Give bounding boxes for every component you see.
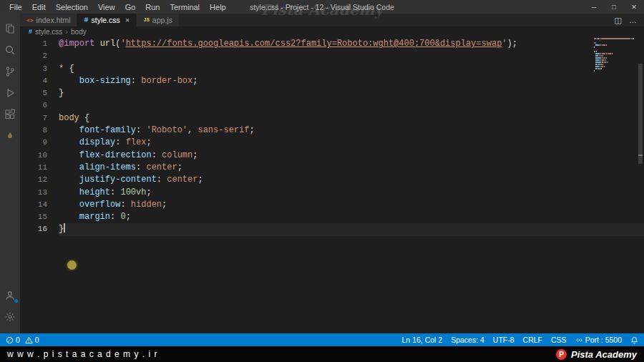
line-number: 9 [20,137,47,149]
accounts-button[interactable] [1,286,19,305]
line-number: 10 [20,150,47,162]
settings-button[interactable] [1,308,19,326]
code-line[interactable]: body { [59,112,644,124]
scrollbar-thumb[interactable] [638,64,643,164]
vscode-window: Pista Academy File Edit Selection View G… [0,0,644,362]
menu-view[interactable]: View [93,3,120,11]
minimap[interactable] [594,38,635,72]
live-server-port[interactable]: Port : 5500 [575,336,622,344]
close-tab-icon[interactable]: ✕ [125,17,130,24]
port-label: Port : 5500 [585,336,622,344]
code-line[interactable]: @import url('https://fonts.googleapis.co… [59,38,644,50]
cursor-position[interactable]: Ln 16, Col 2 [402,336,443,344]
text-cursor [64,223,65,233]
menu-edit[interactable]: Edit [27,3,51,11]
line-number: 12 [20,174,47,186]
gear-icon [4,311,16,323]
tab-label: app.js [152,16,172,24]
status-right: Ln 16, Col 2 Spaces: 4 UTF-8 CRLF CSS Po… [402,336,638,344]
minimize-button[interactable]: ─ [584,0,604,14]
tab-bar: <> index.html # style.css ✕ JS app.js ◫ … [20,14,644,26]
tab-style-css[interactable]: # style.css ✕ [77,14,137,26]
close-button[interactable]: ✕ [624,0,644,14]
run-debug-button[interactable] [1,84,19,102]
editor-actions: ◫ … [615,14,644,26]
code-line[interactable]: box-sizing: border-box; [59,75,644,87]
line-number: 1 [20,38,47,50]
code-line[interactable] [59,50,644,62]
split-editor-icon[interactable]: ◫ [615,16,622,25]
line-number: 2 [20,50,47,62]
status-left: 0 0 [6,336,39,344]
search-button[interactable] [1,41,19,59]
css-file-icon: # [29,28,32,35]
tab-index-html[interactable]: <> index.html [20,14,77,26]
window-title: style.css - Project - 12 - Visual Studio… [250,3,394,11]
menu-terminal[interactable]: Terminal [165,3,205,11]
search-icon [4,44,16,56]
chevron-right-icon: › [65,27,68,36]
code-line[interactable]: display: flex; [59,137,644,149]
code-line[interactable]: align-items: center; [59,162,644,174]
notifications-button[interactable] [630,336,638,344]
line-number: 11 [20,162,47,174]
run-debug-icon [4,87,16,99]
code-line[interactable]: height: 100vh; [59,187,644,199]
brand-name: Pista Academy [571,349,637,360]
warning-icon [25,336,33,344]
code-line[interactable]: } [59,223,644,235]
scrollbar[interactable] [637,36,644,333]
line-number: 8 [20,124,47,137]
menu-selection[interactable]: Selection [51,3,93,11]
indentation-setting[interactable]: Spaces: 4 [451,336,484,344]
gutter[interactable]: 12345678910111213141516 [20,38,59,333]
code-line[interactable]: font-family: 'Roboto', sans-serif; [59,124,644,137]
tab-app-js[interactable]: JS app.js [137,14,179,26]
language-mode[interactable]: CSS [551,336,567,344]
menu-run[interactable]: Run [140,3,165,11]
code-line[interactable]: justify-content: center; [59,174,644,186]
breadcrumb: # style.css › body [20,26,644,36]
more-actions-icon[interactable]: … [629,16,637,24]
extension-flame-button[interactable] [1,127,19,145]
source-control-icon [4,66,16,77]
code-line[interactable] [59,99,644,112]
css-file-icon: # [84,16,88,24]
line-number: 6 [20,99,47,112]
error-count: 0 [16,336,20,344]
code-lines: @import url('https://fonts.googleapis.co… [59,38,644,333]
breadcrumb-symbol[interactable]: body [71,28,87,36]
warning-count: 0 [35,336,39,344]
explorer-button[interactable] [1,19,19,38]
maximize-button[interactable]: □ [604,0,624,14]
footer-url: w w w . p i s t a a c a d e m y . i r [7,349,157,359]
files-icon [4,23,16,34]
code-line[interactable]: * { [59,63,644,75]
line-number: 3 [20,63,47,75]
breadcrumb-file[interactable]: style.css [35,28,62,36]
menu-help[interactable]: Help [205,3,231,11]
eol-setting[interactable]: CRLF [523,336,542,344]
code-line[interactable]: margin: 0; [59,211,644,223]
extensions-button[interactable] [1,105,19,124]
flame-icon [5,131,15,141]
code-line[interactable]: overflow: hidden; [59,199,644,211]
code-line[interactable]: flex-direction: column; [59,150,644,162]
problems-indicator[interactable]: 0 0 [6,336,39,344]
encoding-setting[interactable]: UTF-8 [493,336,514,344]
pista-academy-logo-icon: P [556,349,567,360]
overview-ruler-mark [638,155,643,156]
source-control-button[interactable] [1,62,19,81]
footer-banner: w w w . p i s t a a c a d e m y . i r P … [0,346,644,362]
code-line[interactable]: } [59,87,644,99]
mouse-highlight [67,260,77,270]
menubar: File Edit Selection View Go Run Terminal… [0,3,231,11]
activity-bar-bottom [1,286,19,333]
menu-file[interactable]: File [4,3,27,11]
broadcast-icon [575,336,583,344]
line-number: 15 [20,211,47,223]
tab-label: style.css [91,16,119,24]
window-controls: ─ □ ✕ [584,0,644,14]
code-editor[interactable]: 12345678910111213141516 @import url('htt… [20,36,644,333]
menu-go[interactable]: Go [120,3,141,11]
